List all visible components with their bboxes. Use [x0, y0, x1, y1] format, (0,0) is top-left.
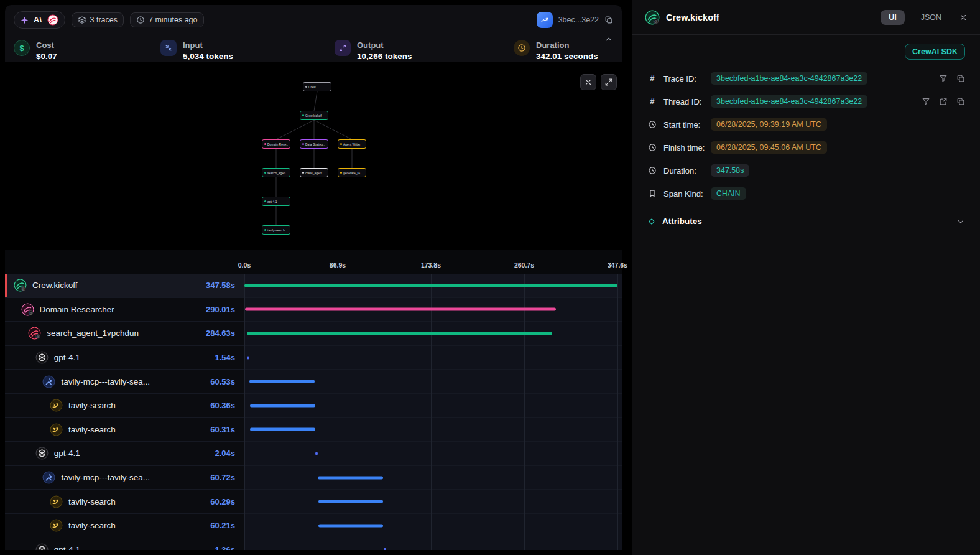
graph-node-coach[interactable]: crawl_agent...: [300, 168, 328, 177]
row-timeline: [244, 538, 622, 550]
field-label: Thread ID:: [663, 97, 711, 106]
row-name-cell[interactable]: tavily-search 60.29s: [5, 490, 244, 513]
chevron-down-icon[interactable]: [956, 217, 965, 226]
trace-row[interactable]: tavily-search 60.36s: [5, 394, 622, 418]
trace-id-short: 3bec...3e22: [558, 16, 599, 24]
trace-row[interactable]: @ Crew.kickoff 347.58s: [5, 274, 622, 298]
graph-controls: [580, 74, 617, 90]
graph-node-tavily[interactable]: tavily-search: [262, 225, 290, 235]
graph-node-crew[interactable]: Crew: [303, 82, 331, 91]
row-label: tavily-mcp---tavily-sea...: [61, 473, 150, 482]
trace-row[interactable]: tavily-search 60.21s: [5, 514, 622, 538]
graph-node-search[interactable]: search_agen...: [262, 168, 290, 177]
trace-row[interactable]: tavily-search 60.31s: [5, 418, 622, 442]
row-name-cell[interactable]: tavily-search 60.21s: [5, 514, 244, 538]
row-name-cell[interactable]: tavily-search 60.31s: [5, 418, 244, 442]
row-name-cell[interactable]: tavily-mcp---tavily-sea... 60.53s: [5, 370, 244, 393]
span-bar[interactable]: [249, 380, 314, 383]
span-bar[interactable]: [250, 428, 315, 431]
bookmark-icon: [647, 189, 657, 198]
trace-row[interactable]: tavily-mcp---tavily-sea... 60.53s: [5, 370, 622, 394]
span-bar[interactable]: [384, 548, 386, 550]
graph-node-writer[interactable]: Agent Writer: [338, 139, 366, 149]
copy-icon[interactable]: [604, 16, 613, 24]
row-name-cell[interactable]: tavily-mcp---tavily-sea... 60.72s: [5, 466, 244, 490]
row-name-cell[interactable]: gpt-4.1 1.54s: [5, 346, 244, 370]
row-label: search_agent_1vpchdun: [47, 329, 139, 338]
span-bar[interactable]: [247, 356, 249, 359]
field-actions: [939, 74, 965, 83]
span-bar[interactable]: [247, 332, 552, 335]
row-duration: 60.36s: [210, 401, 244, 410]
row-name-cell[interactable]: tavily-search 60.36s: [5, 394, 244, 417]
attributes-icon: [647, 217, 656, 226]
anthropic-logo: A\: [34, 16, 42, 24]
row-label: tavily-mcp---tavily-sea...: [61, 377, 150, 386]
span-bar[interactable]: [245, 308, 557, 311]
row-label: gpt-4.1: [54, 353, 80, 362]
trace-row[interactable]: @ Domain Researcher 290.01s: [5, 298, 622, 322]
trace-row[interactable]: gpt-4.1 1.36s: [5, 538, 622, 550]
graph-node-gpt[interactable]: gpt-4.1: [262, 197, 290, 206]
row-name-cell[interactable]: @ Crew.kickoff 347.58s: [5, 274, 244, 297]
openai-icon: [35, 351, 49, 364]
span-bar[interactable]: [318, 524, 383, 527]
stat-duration: Duration 342.01 seconds: [514, 40, 598, 62]
row-timeline: [244, 418, 622, 442]
trace-row[interactable]: tavily-search 60.29s: [5, 490, 622, 514]
graph-node-kickoff[interactable]: Crew.kickoff: [300, 111, 328, 120]
span-bar[interactable]: [250, 404, 315, 407]
attributes-label: Attributes: [662, 217, 702, 226]
trace-topbar: A\ 3 traces 7 minutes ago 3bec...3e22: [5, 5, 622, 35]
trace-row[interactable]: tavily-mcp---tavily-sea... 60.72s: [5, 466, 622, 490]
copy-icon[interactable]: [956, 97, 965, 106]
graph-node-domain[interactable]: Domain Rese...: [262, 139, 290, 149]
axis-tick-label: 347.6s: [608, 261, 627, 269]
trace-age-badge[interactable]: 7 minutes ago: [130, 12, 204, 27]
row-name-cell[interactable]: @ search_agent_1vpchdun 284.63s: [5, 322, 244, 345]
tab-ui[interactable]: UI: [881, 10, 905, 25]
close-panel-icon[interactable]: [959, 13, 968, 22]
traces-count-badge[interactable]: 3 traces: [72, 12, 124, 27]
expand-graph-button[interactable]: [601, 74, 617, 90]
row-label: gpt-4.1: [54, 545, 80, 550]
filter-icon[interactable]: [922, 97, 930, 106]
row-timeline: [244, 298, 622, 322]
row-duration: 60.29s: [210, 497, 244, 506]
detail-title: Crew.kickoff: [666, 12, 719, 22]
filter-icon[interactable]: [939, 74, 948, 83]
copy-icon[interactable]: [956, 74, 965, 83]
graph-node-strategist[interactable]: Data Strateg...: [300, 139, 328, 149]
row-duration: 60.31s: [210, 425, 244, 434]
tab-json[interactable]: JSON: [921, 13, 941, 22]
row-timeline: [244, 370, 622, 393]
graph-node-report[interactable]: generate_re...: [338, 168, 366, 177]
row-label: gpt-4.1: [54, 449, 80, 458]
collapse-stats-icon[interactable]: [604, 35, 613, 45]
field-value: 06/28/2025, 09:39:19 AM UTC: [711, 118, 827, 131]
trace-row[interactable]: gpt-4.1 2.04s: [5, 442, 622, 466]
row-timeline: [244, 514, 622, 538]
attributes-section-toggle[interactable]: Attributes: [632, 208, 980, 235]
row-name-cell[interactable]: gpt-4.1 1.36s: [5, 538, 244, 550]
row-label: tavily-search: [68, 521, 116, 530]
row-duration: 284.63s: [206, 329, 244, 338]
span-bar[interactable]: [244, 284, 617, 287]
row-name-cell[interactable]: gpt-4.1 2.04s: [5, 442, 244, 465]
detail-field: Duration: 347.58s: [632, 159, 980, 182]
tools-icon: [42, 375, 55, 388]
span-bar[interactable]: [318, 500, 383, 503]
field-label: Span Kind:: [663, 189, 711, 198]
span-bar[interactable]: [315, 452, 318, 455]
svg-text:@: @: [654, 19, 657, 23]
field-actions: [922, 97, 965, 106]
close-graph-button[interactable]: [580, 74, 596, 90]
trace-row[interactable]: @ search_agent_1vpchdun 284.63s: [5, 322, 622, 346]
span-detail-panel: @ Crew.kickoff UI JSON CrewAI SDK # Trac…: [632, 0, 980, 555]
field-label: Start time:: [663, 120, 711, 129]
row-name-cell[interactable]: @ Domain Researcher 290.01s: [5, 298, 244, 322]
external-icon[interactable]: [939, 97, 948, 106]
trace-row[interactable]: gpt-4.1 1.54s: [5, 346, 622, 370]
trend-chart-button[interactable]: [537, 12, 553, 28]
span-bar[interactable]: [318, 476, 383, 479]
